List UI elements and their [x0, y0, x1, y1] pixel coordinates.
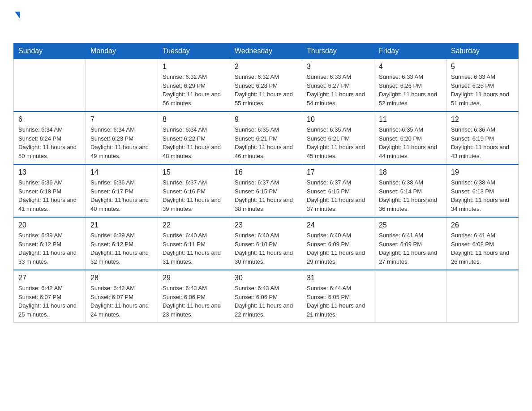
calendar-cell: 20Sunrise: 6:39 AMSunset: 6:12 PMDayligh…: [14, 217, 86, 270]
calendar-cell: 28Sunrise: 6:42 AMSunset: 6:07 PMDayligh…: [86, 270, 158, 323]
day-number: 31: [307, 274, 369, 282]
day-info: Sunrise: 6:42 AMSunset: 6:07 PMDaylight:…: [90, 284, 153, 319]
calendar-cell: 19Sunrise: 6:38 AMSunset: 6:13 PMDayligh…: [446, 164, 519, 217]
logo-arrow-icon: [15, 12, 20, 19]
calendar-table: SundayMondayTuesdayWednesdayThursdayFrid…: [13, 43, 519, 323]
page-header: [13, 9, 519, 34]
day-number: 30: [235, 274, 297, 282]
calendar-cell: 30Sunrise: 6:43 AMSunset: 6:06 PMDayligh…: [230, 270, 302, 323]
weekday-header-saturday: Saturday: [446, 43, 519, 59]
day-number: 17: [307, 168, 369, 176]
weekday-header-sunday: Sunday: [14, 43, 86, 59]
calendar-cell: 5Sunrise: 6:33 AMSunset: 6:25 PMDaylight…: [446, 59, 519, 112]
day-number: 29: [163, 274, 225, 282]
day-number: 26: [451, 221, 514, 229]
calendar-cell: 21Sunrise: 6:39 AMSunset: 6:12 PMDayligh…: [86, 217, 158, 270]
day-number: 22: [163, 221, 225, 229]
day-number: 8: [163, 116, 225, 124]
day-info: Sunrise: 6:38 AMSunset: 6:14 PMDaylight:…: [379, 178, 442, 213]
day-number: 10: [307, 116, 369, 124]
calendar-cell: [14, 59, 86, 112]
day-info: Sunrise: 6:44 AMSunset: 6:05 PMDaylight:…: [307, 284, 369, 319]
day-info: Sunrise: 6:37 AMSunset: 6:16 PMDaylight:…: [163, 178, 225, 213]
day-info: Sunrise: 6:39 AMSunset: 6:12 PMDaylight:…: [90, 231, 153, 266]
day-info: Sunrise: 6:33 AMSunset: 6:27 PMDaylight:…: [307, 73, 369, 107]
weekday-header-monday: Monday: [86, 43, 158, 59]
day-info: Sunrise: 6:39 AMSunset: 6:12 PMDaylight:…: [18, 231, 81, 266]
calendar-cell: 9Sunrise: 6:35 AMSunset: 6:21 PMDaylight…: [230, 111, 302, 164]
day-number: 20: [18, 221, 81, 229]
day-info: Sunrise: 6:41 AMSunset: 6:08 PMDaylight:…: [451, 231, 514, 266]
calendar-cell: 25Sunrise: 6:41 AMSunset: 6:09 PMDayligh…: [374, 217, 446, 270]
weekday-header-thursday: Thursday: [302, 43, 374, 59]
day-number: 11: [379, 116, 442, 124]
day-info: Sunrise: 6:33 AMSunset: 6:26 PMDaylight:…: [379, 73, 442, 107]
calendar-cell: 31Sunrise: 6:44 AMSunset: 6:05 PMDayligh…: [302, 270, 374, 323]
day-info: Sunrise: 6:35 AMSunset: 6:20 PMDaylight:…: [379, 125, 442, 160]
calendar-cell: 23Sunrise: 6:40 AMSunset: 6:10 PMDayligh…: [230, 217, 302, 270]
weekday-header-friday: Friday: [374, 43, 446, 59]
day-info: Sunrise: 6:33 AMSunset: 6:25 PMDaylight:…: [451, 73, 514, 107]
day-info: Sunrise: 6:41 AMSunset: 6:09 PMDaylight:…: [379, 231, 442, 266]
day-number: 16: [235, 168, 297, 176]
calendar-cell: 26Sunrise: 6:41 AMSunset: 6:08 PMDayligh…: [446, 217, 519, 270]
day-number: 12: [451, 116, 514, 124]
calendar-cell: 7Sunrise: 6:34 AMSunset: 6:23 PMDaylight…: [86, 111, 158, 164]
day-number: 1: [163, 63, 225, 71]
day-number: 5: [451, 63, 514, 71]
day-info: Sunrise: 6:40 AMSunset: 6:09 PMDaylight:…: [307, 231, 369, 266]
calendar-cell: [446, 270, 519, 323]
calendar-cell: 16Sunrise: 6:37 AMSunset: 6:15 PMDayligh…: [230, 164, 302, 217]
day-number: 19: [451, 168, 514, 176]
day-number: 6: [18, 116, 81, 124]
calendar-cell: 3Sunrise: 6:33 AMSunset: 6:27 PMDaylight…: [302, 59, 374, 112]
calendar-cell: 29Sunrise: 6:43 AMSunset: 6:06 PMDayligh…: [158, 270, 230, 323]
calendar-cell: 15Sunrise: 6:37 AMSunset: 6:16 PMDayligh…: [158, 164, 230, 217]
calendar-week-row: 20Sunrise: 6:39 AMSunset: 6:12 PMDayligh…: [14, 217, 519, 270]
day-info: Sunrise: 6:32 AMSunset: 6:29 PMDaylight:…: [163, 73, 225, 107]
day-number: 28: [90, 274, 153, 282]
day-number: 13: [18, 168, 81, 176]
day-info: Sunrise: 6:35 AMSunset: 6:21 PMDaylight:…: [307, 125, 369, 160]
day-info: Sunrise: 6:36 AMSunset: 6:17 PMDaylight:…: [90, 178, 153, 213]
day-number: 21: [90, 221, 153, 229]
day-number: 18: [379, 168, 442, 176]
calendar-week-row: 13Sunrise: 6:36 AMSunset: 6:18 PMDayligh…: [14, 164, 519, 217]
day-number: 23: [235, 221, 297, 229]
day-number: 3: [307, 63, 369, 71]
day-info: Sunrise: 6:38 AMSunset: 6:13 PMDaylight:…: [451, 178, 514, 213]
day-info: Sunrise: 6:36 AMSunset: 6:19 PMDaylight:…: [451, 125, 514, 160]
day-info: Sunrise: 6:32 AMSunset: 6:28 PMDaylight:…: [235, 73, 297, 107]
calendar-cell: 11Sunrise: 6:35 AMSunset: 6:20 PMDayligh…: [374, 111, 446, 164]
calendar-cell: [86, 59, 158, 112]
day-info: Sunrise: 6:42 AMSunset: 6:07 PMDaylight:…: [18, 284, 81, 319]
calendar-cell: 2Sunrise: 6:32 AMSunset: 6:28 PMDaylight…: [230, 59, 302, 112]
calendar-cell: [374, 270, 446, 323]
day-number: 14: [90, 168, 153, 176]
day-info: Sunrise: 6:34 AMSunset: 6:24 PMDaylight:…: [18, 125, 81, 160]
calendar-cell: 22Sunrise: 6:40 AMSunset: 6:11 PMDayligh…: [158, 217, 230, 270]
day-info: Sunrise: 6:40 AMSunset: 6:10 PMDaylight:…: [235, 231, 297, 266]
day-number: 15: [163, 168, 225, 176]
day-number: 4: [379, 63, 442, 71]
calendar-cell: 17Sunrise: 6:37 AMSunset: 6:15 PMDayligh…: [302, 164, 374, 217]
day-info: Sunrise: 6:35 AMSunset: 6:21 PMDaylight:…: [235, 125, 297, 160]
day-info: Sunrise: 6:43 AMSunset: 6:06 PMDaylight:…: [235, 284, 297, 319]
day-info: Sunrise: 6:43 AMSunset: 6:06 PMDaylight:…: [163, 284, 225, 319]
calendar-week-row: 6Sunrise: 6:34 AMSunset: 6:24 PMDaylight…: [14, 111, 519, 164]
day-number: 24: [307, 221, 369, 229]
day-info: Sunrise: 6:40 AMSunset: 6:11 PMDaylight:…: [163, 231, 225, 266]
day-number: 9: [235, 116, 297, 124]
weekday-header-wednesday: Wednesday: [230, 43, 302, 59]
day-number: 25: [379, 221, 442, 229]
calendar-cell: 4Sunrise: 6:33 AMSunset: 6:26 PMDaylight…: [374, 59, 446, 112]
day-info: Sunrise: 6:37 AMSunset: 6:15 PMDaylight:…: [235, 178, 297, 213]
calendar-cell: 24Sunrise: 6:40 AMSunset: 6:09 PMDayligh…: [302, 217, 374, 270]
day-number: 7: [90, 116, 153, 124]
calendar-cell: 8Sunrise: 6:34 AMSunset: 6:22 PMDaylight…: [158, 111, 230, 164]
day-info: Sunrise: 6:36 AMSunset: 6:18 PMDaylight:…: [18, 178, 81, 213]
day-number: 2: [235, 63, 297, 71]
calendar-cell: 27Sunrise: 6:42 AMSunset: 6:07 PMDayligh…: [14, 270, 86, 323]
calendar-cell: 12Sunrise: 6:36 AMSunset: 6:19 PMDayligh…: [446, 111, 519, 164]
calendar-cell: 13Sunrise: 6:36 AMSunset: 6:18 PMDayligh…: [14, 164, 86, 217]
